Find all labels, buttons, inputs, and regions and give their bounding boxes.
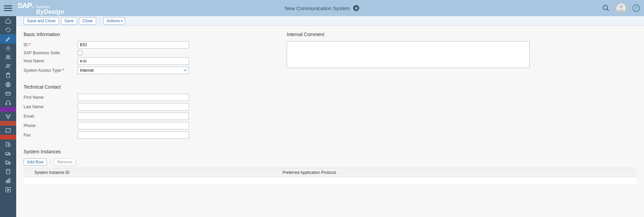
- sidebar-accent-orange: [0, 135, 16, 140]
- input-first-name[interactable]: [78, 94, 189, 101]
- svg-rect-9: [6, 92, 10, 95]
- left-column: Basic Information ID:* SAP Business Suit…: [24, 32, 273, 149]
- sidebar-accent-red: [0, 121, 16, 126]
- svg-rect-17: [9, 144, 10, 146]
- label-phone: Phone:: [24, 123, 78, 128]
- row-first-name: First Name:: [24, 94, 273, 101]
- col-system-instance-id[interactable]: System Instance ID: [31, 168, 279, 177]
- row-handle-icon[interactable]: [25, 179, 30, 183]
- row-host-name: Host Name:: [24, 57, 273, 65]
- svg-point-0: [603, 5, 608, 10]
- svg-point-25: [9, 163, 10, 164]
- right-column: Internal Comment: [287, 32, 637, 149]
- label-email: Email:: [24, 114, 78, 119]
- toolbar-separator: [50, 159, 51, 165]
- actions-dropdown-button[interactable]: Actions: [103, 17, 125, 25]
- add-row-button[interactable]: Add Row: [24, 158, 47, 166]
- logo-reg: ®: [32, 6, 34, 9]
- svg-point-24: [6, 163, 7, 164]
- row-sap-suite: SAP Business Suite:: [24, 51, 273, 55]
- input-fax[interactable]: [78, 131, 189, 139]
- svg-point-21: [6, 154, 7, 155]
- section-internal-comment: Internal Comment: [287, 32, 637, 37]
- user-avatar[interactable]: [616, 3, 626, 13]
- main-content: Basic Information ID:* SAP Business Suit…: [16, 26, 644, 217]
- close-button[interactable]: Close: [79, 17, 96, 25]
- row-last-name: Last Name:: [24, 103, 273, 111]
- svg-point-15: [8, 118, 9, 119]
- logo-bydesign: ByDesign: [36, 9, 64, 15]
- svg-rect-12: [9, 103, 10, 105]
- select-access-type[interactable]: [78, 67, 189, 74]
- sidebar-headset-icon[interactable]: [0, 98, 16, 107]
- svg-point-2: [7, 47, 9, 49]
- save-and-close-button[interactable]: Save and Close: [24, 17, 59, 25]
- svg-rect-23: [6, 161, 9, 163]
- input-email[interactable]: [78, 113, 189, 120]
- svg-point-22: [9, 154, 10, 155]
- checkbox-sap-suite[interactable]: [78, 51, 82, 55]
- sidebar-play-icon[interactable]: [0, 185, 16, 194]
- col-handle: [24, 168, 31, 177]
- textarea-internal-comment[interactable]: [287, 41, 530, 68]
- save-button[interactable]: Save: [61, 17, 77, 25]
- svg-point-4: [8, 55, 10, 57]
- search-icon[interactable]: [602, 4, 610, 12]
- svg-line-1: [607, 9, 609, 11]
- remove-button[interactable]: Remove: [54, 158, 76, 166]
- cell-instance-id[interactable]: [31, 177, 279, 185]
- page-title-container: New Communication System: [285, 5, 359, 11]
- action-toolbar: Save and Close Save Close Actions: [16, 16, 644, 26]
- col-preferred-protocol[interactable]: Preferred Application Protocol: [279, 168, 637, 177]
- label-fax: Fax:: [24, 133, 78, 137]
- sidebar-building-icon[interactable]: [0, 140, 16, 149]
- sidebar-edit-icon[interactable]: [0, 34, 16, 43]
- section-technical-contact: Technical Contact: [24, 84, 273, 90]
- help-icon[interactable]: ?: [633, 4, 640, 12]
- input-host-name[interactable]: [78, 57, 189, 65]
- hamburger-menu-icon[interactable]: [4, 4, 12, 12]
- label-host-name: Host Name:: [24, 59, 78, 63]
- label-sap-suite: SAP Business Suite:: [24, 51, 78, 55]
- svg-rect-33: [8, 180, 9, 183]
- svg-point-13: [6, 115, 7, 116]
- sidebar-clipboard-icon[interactable]: [0, 71, 16, 80]
- sidebar-globe-icon[interactable]: [0, 80, 16, 89]
- sidebar-card-icon[interactable]: [0, 89, 16, 98]
- section-basic-information: Basic Information: [24, 32, 273, 37]
- sidebar-refresh-icon[interactable]: [0, 25, 16, 34]
- label-id: ID:*: [24, 42, 78, 47]
- page-title: New Communication System: [285, 5, 350, 11]
- svg-rect-11: [6, 103, 7, 105]
- sidebar-truck-icon[interactable]: [0, 149, 16, 158]
- table-row[interactable]: [24, 177, 637, 185]
- row-id: ID:*: [24, 41, 273, 49]
- svg-point-5: [7, 64, 9, 66]
- input-last-name[interactable]: [78, 103, 189, 111]
- sidebar-person-plus-icon[interactable]: [0, 62, 16, 71]
- label-last-name: Last Name:: [24, 104, 78, 109]
- sidebar-chart-icon[interactable]: [0, 176, 16, 185]
- sap-logo: SAP ® Business ByDesign: [18, 1, 64, 15]
- section-system-instances: System Instances: [24, 149, 637, 154]
- input-id[interactable]: [78, 41, 189, 49]
- sidebar-home-icon[interactable]: [0, 16, 16, 25]
- row-access-type: System Access Type:*: [24, 67, 273, 74]
- label-access-type: System Access Type:*: [24, 68, 78, 73]
- svg-rect-27: [6, 169, 10, 174]
- sidebar-group-icon[interactable]: [0, 53, 16, 62]
- sidebar-office-icon[interactable]: [0, 167, 16, 176]
- input-phone[interactable]: [78, 122, 189, 129]
- close-page-icon[interactable]: [353, 5, 359, 11]
- row-fax: Fax:: [24, 131, 273, 139]
- system-instances-table: System Instance ID Preferred Application…: [24, 168, 637, 185]
- header-right: ?: [602, 3, 640, 13]
- row-email: Email:: [24, 113, 273, 120]
- label-first-name: First Name:: [24, 95, 78, 100]
- sidebar-delivery-icon[interactable]: [0, 158, 16, 167]
- sidebar: [0, 16, 16, 217]
- sidebar-workflow-icon[interactable]: [0, 112, 16, 121]
- sidebar-map-icon[interactable]: [0, 126, 16, 135]
- sidebar-gear-icon[interactable]: [0, 43, 16, 53]
- cell-protocol[interactable]: [279, 177, 637, 185]
